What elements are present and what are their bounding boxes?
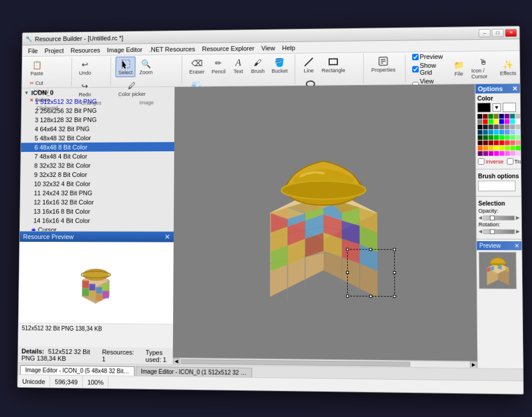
color-cell[interactable] bbox=[494, 151, 499, 156]
color-cell[interactable] bbox=[516, 145, 520, 150]
color-cell[interactable] bbox=[510, 124, 514, 129]
color-cell[interactable] bbox=[478, 124, 482, 129]
menu-view[interactable]: View bbox=[258, 43, 278, 53]
color-cell[interactable] bbox=[499, 135, 504, 140]
bucket-button[interactable]: 🪣 Bucket bbox=[269, 55, 291, 76]
color-cell[interactable] bbox=[505, 124, 509, 129]
background-color-box[interactable] bbox=[503, 103, 516, 112]
text-button[interactable]: A Text bbox=[230, 55, 247, 77]
tree-item-14[interactable]: 14 16x16 4 Bit Color bbox=[20, 216, 174, 225]
color-cell[interactable] bbox=[478, 114, 482, 119]
menu-project[interactable]: Project bbox=[41, 46, 67, 55]
preview-close-button[interactable]: ✕ bbox=[164, 233, 170, 241]
color-cell[interactable] bbox=[489, 151, 493, 156]
color-cell[interactable] bbox=[510, 119, 514, 124]
rotation-slider[interactable] bbox=[483, 229, 515, 234]
color-cell[interactable] bbox=[483, 114, 488, 119]
scroll-right-btn[interactable]: ▶ bbox=[470, 361, 478, 368]
color-cell[interactable] bbox=[516, 151, 520, 155]
tree-item-4[interactable]: 4 64x64 32 Bit PNG bbox=[21, 124, 174, 134]
color-cell[interactable] bbox=[483, 141, 488, 145]
color-cell[interactable] bbox=[483, 119, 488, 124]
brush-button[interactable]: 🖌 Brush bbox=[248, 55, 267, 76]
color-cell[interactable] bbox=[516, 119, 520, 124]
opacity-slider[interactable] bbox=[483, 216, 515, 220]
color-cell[interactable] bbox=[483, 135, 488, 140]
color-cell[interactable] bbox=[505, 135, 509, 140]
color-cell[interactable] bbox=[478, 141, 482, 145]
opacity-increase-btn[interactable]: ▶ bbox=[516, 215, 519, 220]
file-button[interactable]: 📁 File bbox=[450, 57, 467, 78]
eraser-button[interactable]: ⌫ Eraser bbox=[186, 55, 208, 77]
effects-button[interactable]: ✨ Effects bbox=[499, 57, 517, 78]
color-cell[interactable] bbox=[494, 124, 499, 129]
color-cell[interactable] bbox=[516, 135, 520, 140]
color-cell[interactable] bbox=[478, 151, 482, 156]
opacity-decrease-btn[interactable]: ◀ bbox=[478, 215, 482, 220]
color-cell[interactable] bbox=[478, 130, 482, 134]
tab-2[interactable]: Image Editor - ICON_0 (1 512x512 32 Bit … bbox=[136, 366, 252, 377]
color-cell[interactable] bbox=[488, 130, 493, 134]
transparent-checkbox[interactable] bbox=[506, 158, 513, 165]
color-cell[interactable] bbox=[516, 114, 520, 119]
tree-item-5[interactable]: 5 48x48 32 Bit Color bbox=[21, 133, 174, 143]
tree-item-3[interactable]: 3 128x128 32 Bit PNG bbox=[21, 114, 174, 124]
color-cell[interactable] bbox=[488, 119, 493, 124]
tree-item-6[interactable]: 6 48x48 8 Bit Color bbox=[21, 142, 174, 152]
color-cell[interactable] bbox=[505, 130, 509, 134]
menu-resource-explorer[interactable]: Resource Explorer bbox=[199, 43, 258, 53]
zoom-button[interactable]: 🔍 Zoom bbox=[137, 56, 156, 77]
scroll-left-btn[interactable]: ◀ bbox=[173, 357, 180, 364]
close-button[interactable]: ✕ bbox=[505, 29, 517, 37]
color-cell[interactable] bbox=[478, 135, 482, 140]
color-cell[interactable] bbox=[516, 130, 520, 134]
properties-button[interactable]: Properties bbox=[368, 54, 399, 75]
color-cell[interactable] bbox=[483, 124, 488, 129]
color-cell[interactable] bbox=[516, 124, 520, 129]
color-cell[interactable] bbox=[478, 146, 482, 151]
color-cell[interactable] bbox=[499, 140, 504, 145]
color-cell[interactable] bbox=[494, 119, 499, 124]
color-cell[interactable] bbox=[516, 140, 520, 145]
color-cell[interactable] bbox=[483, 130, 488, 134]
rotation-decrease-btn[interactable]: ◀ bbox=[478, 229, 482, 234]
color-cell[interactable] bbox=[489, 141, 493, 145]
color-cell[interactable] bbox=[505, 151, 510, 156]
color-cell[interactable] bbox=[499, 119, 504, 124]
tree-item-12[interactable]: 12 16x16 32 Bit Color bbox=[20, 197, 174, 207]
paste-button[interactable]: 📋 Paste bbox=[27, 58, 46, 78]
color-cell[interactable] bbox=[494, 135, 499, 140]
maximize-button[interactable]: □ bbox=[492, 29, 504, 37]
menu-file[interactable]: File bbox=[25, 46, 42, 55]
cut-button[interactable]: ✂ Cut bbox=[27, 79, 56, 87]
preview-checkbox[interactable] bbox=[412, 54, 419, 60]
options-close-btn[interactable]: ✕ bbox=[512, 85, 517, 92]
color-cell[interactable] bbox=[505, 119, 509, 124]
color-cell[interactable] bbox=[510, 151, 515, 156]
color-cell[interactable] bbox=[510, 145, 515, 150]
color-cell[interactable] bbox=[488, 124, 493, 129]
color-cell[interactable] bbox=[489, 146, 493, 151]
select-button[interactable]: Select bbox=[116, 57, 136, 77]
rotation-increase-btn[interactable]: ▶ bbox=[516, 229, 520, 234]
tree-item-cursor[interactable]: ◉ Cursor bbox=[20, 225, 174, 231]
inverse-checkbox[interactable] bbox=[478, 158, 484, 165]
tree-item-11[interactable]: 11 24x24 32 Bit PNG bbox=[20, 188, 174, 197]
tree-item-9[interactable]: 9 32x32 8 Bit Color bbox=[20, 170, 174, 179]
minimize-button[interactable]: – bbox=[479, 29, 491, 37]
menu-image-editor[interactable]: Image Editor bbox=[103, 45, 146, 54]
rectangle-button[interactable]: Rectangle bbox=[319, 54, 348, 75]
color-cell[interactable] bbox=[510, 130, 515, 134]
color-cell[interactable] bbox=[499, 124, 504, 129]
tree-item-10[interactable]: 10 32x32 4 Bit Color bbox=[20, 179, 174, 188]
color-expand-btn[interactable]: ▼ bbox=[492, 103, 501, 112]
color-cell[interactable] bbox=[483, 146, 488, 151]
color-cell[interactable] bbox=[510, 114, 514, 119]
foreground-color-box[interactable] bbox=[478, 103, 491, 112]
undo-button[interactable]: ↩ Undo bbox=[76, 57, 94, 78]
tree-item-7[interactable]: 7 48x48 4 Bit Color bbox=[21, 151, 174, 161]
icon-cursor-button[interactable]: 🖱 Icon / Cursor bbox=[468, 54, 498, 81]
resource-tree[interactable]: ▼ ICON_0 1 512x512 32 Bit PNG 2 256x256 … bbox=[20, 87, 175, 231]
pencil-button[interactable]: ✏ Pencil bbox=[209, 55, 229, 77]
line-button[interactable]: Line bbox=[300, 54, 317, 75]
